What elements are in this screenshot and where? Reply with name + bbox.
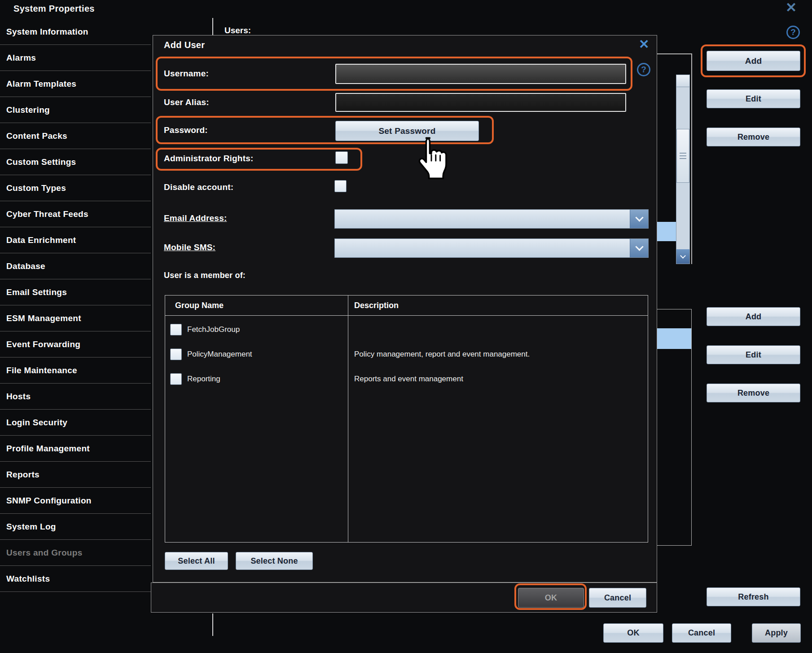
sidebar-item-alarms[interactable]: Alarms xyxy=(0,45,151,71)
user-alias-label: User Alias: xyxy=(164,97,209,107)
scrollbar-grip xyxy=(680,158,686,159)
scrollbar-grip xyxy=(680,153,686,154)
group-name[interactable]: Reporting xyxy=(187,373,220,385)
sidebar-item-watchlists[interactable]: Watchlists xyxy=(0,566,151,592)
sidebar-item-alarm-templates[interactable]: Alarm Templates xyxy=(0,71,151,97)
sidebar-item-system-information[interactable]: System Information xyxy=(0,19,151,45)
groups-add-button[interactable]: Add xyxy=(707,307,800,326)
mobile-sms-combobox[interactable] xyxy=(334,238,649,258)
disable-account-label: Disable account: xyxy=(164,182,233,192)
system-properties-window: Users: System Properties ✕ ? System Info… xyxy=(0,0,812,653)
sidebar-item-profile-management[interactable]: Profile Management xyxy=(0,436,151,462)
sidebar-item-file-maintenance[interactable]: File Maintenance xyxy=(0,357,151,384)
select-all-button[interactable]: Select All xyxy=(165,552,228,570)
sidebar-item-database[interactable]: Database xyxy=(0,253,151,279)
admin-rights-checkbox[interactable] xyxy=(335,151,348,164)
disable-account-checkbox[interactable] xyxy=(334,180,347,192)
group-table: Group Name Description FetchJobGroup Pol… xyxy=(165,295,648,543)
sidebar-item-reports[interactable]: Reports xyxy=(0,462,151,488)
group-name[interactable]: PolicyManagement xyxy=(187,349,252,360)
window-title: System Properties xyxy=(13,4,95,14)
sidebar-item-data-enrichment[interactable]: Data Enrichment xyxy=(0,227,151,253)
sidebar-item-cyber-threat-feeds[interactable]: Cyber Threat Feeds xyxy=(0,201,151,227)
users-edit-button[interactable]: Edit xyxy=(707,89,800,108)
users-remove-button[interactable]: Remove xyxy=(707,128,800,146)
content-divider-bottom xyxy=(212,613,213,636)
column-header-description: Description xyxy=(354,296,399,315)
ok-button[interactable]: OK xyxy=(603,623,663,643)
sidebar-item-content-packs[interactable]: Content Packs xyxy=(0,123,151,149)
users-table-edge-right xyxy=(691,53,692,264)
sidebar-item-esm-management[interactable]: ESM Management xyxy=(0,305,151,331)
dialog-cancel-button[interactable]: Cancel xyxy=(589,588,646,608)
window-close-icon[interactable]: ✕ xyxy=(786,1,797,14)
window-help-icon[interactable]: ? xyxy=(786,26,800,39)
admin-rights-label: Administrator Rights: xyxy=(164,154,253,163)
groups-remove-button[interactable]: Remove xyxy=(707,384,800,402)
email-address-combobox[interactable] xyxy=(334,209,649,229)
add-user-dialog-footer: OK Cancel xyxy=(151,582,657,613)
refresh-button[interactable]: Refresh xyxy=(707,587,800,606)
group-checkbox-policymanagement[interactable] xyxy=(170,349,182,360)
column-header-group-name: Group Name xyxy=(175,296,224,315)
password-label: Password: xyxy=(164,125,208,135)
email-dropdown-button[interactable] xyxy=(630,210,648,228)
hand-cursor-icon xyxy=(413,136,448,181)
add-user-dialog: Add User ✕ Username: ? User Alias: Passw… xyxy=(153,35,657,582)
users-add-button[interactable]: Add xyxy=(707,51,800,71)
group-description: Policy management, report and event mana… xyxy=(354,349,530,360)
chevron-down-icon xyxy=(635,243,643,251)
dialog-ok-button[interactable]: OK xyxy=(518,588,584,608)
scrollbar-thumb[interactable] xyxy=(676,129,689,183)
sidebar-item-custom-types[interactable]: Custom Types xyxy=(0,175,151,201)
users-section-label: Users: xyxy=(224,26,251,35)
group-table-column-divider xyxy=(348,296,348,542)
sidebar-item-login-security[interactable]: Login Security xyxy=(0,410,151,436)
sidebar-item-system-log[interactable]: System Log xyxy=(0,514,151,540)
set-password-button[interactable]: Set Password xyxy=(335,121,479,141)
scrollbar-down-button[interactable] xyxy=(676,249,689,264)
group-checkbox-fetchjobgroup[interactable] xyxy=(170,324,182,335)
username-help-icon[interactable]: ? xyxy=(637,63,650,76)
email-address-label[interactable]: Email Address: xyxy=(164,213,227,223)
group-checkbox-reporting[interactable] xyxy=(170,373,182,385)
sidebar-item-hosts[interactable]: Hosts xyxy=(0,384,151,410)
scrollbar-up-button[interactable] xyxy=(676,75,689,87)
scrollbar-grip xyxy=(680,155,686,156)
group-name[interactable]: FetchJobGroup xyxy=(187,324,240,335)
chevron-down-icon xyxy=(680,253,686,259)
group-table-header xyxy=(165,296,648,316)
groups-edit-button[interactable]: Edit xyxy=(707,345,800,364)
users-table-scrollbar[interactable] xyxy=(676,75,690,264)
chevron-down-icon xyxy=(635,213,643,221)
select-none-button[interactable]: Select None xyxy=(236,552,313,570)
sidebar-item-clustering[interactable]: Clustering xyxy=(0,97,151,123)
user-alias-input[interactable] xyxy=(335,93,626,112)
username-input[interactable] xyxy=(335,64,626,84)
sidebar: System Information Alarms Alarm Template… xyxy=(0,19,151,592)
dialog-close-icon[interactable]: ✕ xyxy=(639,38,649,51)
sidebar-item-custom-settings[interactable]: Custom Settings xyxy=(0,149,151,175)
group-description: Reports and event management xyxy=(354,373,463,385)
content-divider-top xyxy=(212,18,213,36)
apply-button[interactable]: Apply xyxy=(752,623,801,643)
sidebar-item-event-forwarding[interactable]: Event Forwarding xyxy=(0,331,151,357)
mobile-sms-label[interactable]: Mobile SMS: xyxy=(164,243,215,252)
cancel-button[interactable]: Cancel xyxy=(672,623,731,643)
sidebar-item-users-and-groups[interactable]: Users and Groups xyxy=(0,540,151,566)
member-of-label: User is a member of: xyxy=(164,271,246,280)
sidebar-item-email-settings[interactable]: Email Settings xyxy=(0,279,151,305)
username-label: Username: xyxy=(164,69,209,79)
dialog-title: Add User xyxy=(164,40,205,50)
sidebar-item-snmp-configuration[interactable]: SNMP Configuration xyxy=(0,488,151,514)
mobile-dropdown-button[interactable] xyxy=(630,239,648,257)
